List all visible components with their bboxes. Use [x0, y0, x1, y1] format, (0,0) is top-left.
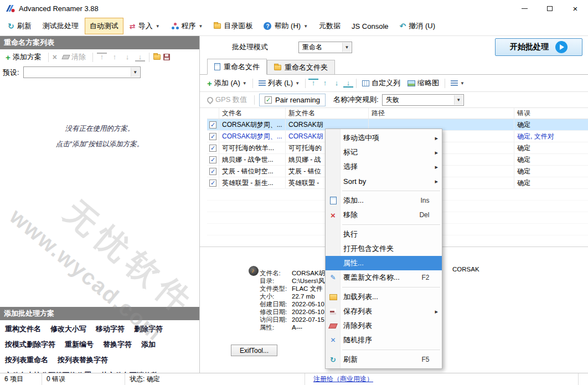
menu-separator — [342, 287, 440, 288]
header-error[interactable]: 错误 — [514, 108, 588, 119]
method-link[interactable]: 文件名中按分隔符互换位置 — [5, 371, 91, 373]
header-path[interactable]: 路径 — [369, 108, 514, 119]
menu-separator — [342, 350, 440, 350]
pair-renaming-checkbox[interactable] — [265, 96, 272, 104]
folder-icon — [274, 65, 281, 70]
pair-renaming-toggle[interactable]: Pair renaming — [259, 94, 326, 106]
preset-select[interactable]: ▼ — [23, 66, 141, 78]
row-checkbox[interactable] — [209, 133, 216, 140]
register-link[interactable]: 注册给（商业用途） — [313, 374, 373, 384]
context-menu-item[interactable]: 保存列表 ▸ — [326, 304, 442, 319]
row-checkbox[interactable] — [209, 156, 216, 163]
columns-icon — [362, 80, 369, 86]
context-menu-item[interactable]: 标记 ▸ — [326, 145, 442, 160]
row-checkbox[interactable] — [209, 145, 216, 152]
file-attrs-value: A--- — [292, 324, 325, 331]
separator — [356, 79, 357, 88]
program-button[interactable]: 程序 ▼ — [166, 18, 208, 34]
move-method-down-button[interactable]: ↓ — [122, 53, 132, 61]
js-console-button[interactable]: JS Console — [347, 19, 393, 34]
tab-rename-files[interactable]: 重命名文件 — [207, 59, 267, 75]
remove-method-button[interactable]: × — [53, 53, 57, 61]
collision-rule-select[interactable]: 失败 ▼ — [382, 94, 464, 106]
maximize-button[interactable] — [537, 0, 563, 17]
context-menu-item[interactable]: 添加... Ins ▸ — [326, 193, 442, 208]
menu-icon-spacer — [328, 244, 338, 253]
chevron-down-icon: ▼ — [295, 81, 300, 86]
method-link[interactable]: 移动字符 — [96, 324, 125, 334]
directory-panel-button[interactable]: 目录面板 — [209, 18, 257, 34]
context-menu-item[interactable]: 属性... ▸ — [326, 256, 442, 270]
submenu-arrow-icon: ▸ — [435, 149, 438, 156]
method-link[interactable]: 添加 — [141, 340, 156, 350]
method-link[interactable]: 删除字符 — [134, 324, 163, 334]
exiftool-button[interactable]: ExifTool... — [231, 345, 277, 356]
method-link[interactable]: 重构文件名 — [5, 324, 41, 334]
row-checkbox[interactable] — [209, 168, 216, 175]
batch-mode-select[interactable]: 重命名 ▼ — [298, 42, 352, 53]
refresh-button[interactable]: ↻ 刷新 — [3, 18, 37, 34]
minimize-button[interactable] — [512, 0, 537, 17]
context-menu-item[interactable]: 随机排序 ▸ — [326, 333, 442, 347]
header-filename[interactable]: 文件名 — [219, 108, 286, 119]
gps-pin-icon — [206, 95, 215, 104]
empty-method-message: 没有正在使用的方案。 点击“添加”按钮以添加方案。 — [0, 80, 199, 307]
undo-button[interactable]: ↶ 撤消 (U) — [395, 18, 440, 34]
gps-values-button[interactable]: GPS 数值 — [204, 93, 250, 106]
row-checkbox[interactable] — [209, 121, 216, 129]
method-link[interactable]: 按列表重命名 — [5, 355, 48, 365]
move-file-bottom-button[interactable]: ↓ — [343, 79, 353, 88]
move-method-up-button[interactable]: ↑ — [110, 53, 120, 61]
tab-rename-folders[interactable]: 重命名文件夹 — [267, 60, 335, 74]
method-link[interactable]: 重新编号 — [65, 340, 94, 350]
menu-shortcut: F2 — [421, 274, 429, 281]
separator — [252, 79, 253, 88]
custom-columns-button[interactable]: 自定义列 — [359, 76, 403, 90]
menu-icon-spacer — [328, 259, 338, 268]
method-link[interactable]: 按模式删除字符 — [5, 340, 55, 350]
view-options-button[interactable]: ▼ — [448, 79, 467, 88]
header-checkbox-column[interactable] — [207, 108, 219, 119]
help-button[interactable]: ? 帮助 (H) ▼ — [259, 18, 313, 34]
list-menu-button[interactable]: 列表 (L) ▼ — [256, 76, 302, 90]
context-menu-item[interactable]: 执行 ▸ — [326, 227, 442, 242]
method-link[interactable]: 替换字符 — [103, 340, 132, 350]
remove-icon — [328, 211, 338, 219]
context-menu-item[interactable]: 打开包含文件夹 ▸ — [326, 242, 442, 256]
move-file-down-button[interactable]: ↓ — [332, 79, 342, 88]
minimize-icon — [522, 8, 528, 9]
context-menu-item[interactable]: 清除列表 ▸ — [326, 319, 442, 333]
close-button[interactable]: × — [563, 0, 588, 17]
open-method-list-button[interactable] — [153, 54, 161, 60]
preset-label: 预设: — [3, 68, 19, 78]
add-files-button[interactable]: + 添加 (A) ▼ — [204, 76, 250, 90]
cell-filename: 英雄联盟 - 新生... — [219, 177, 286, 188]
context-menu-item[interactable]: 加载列表... ▸ — [326, 290, 442, 304]
context-menu-item[interactable]: 移动选中项 ▸ — [326, 131, 442, 145]
metadata-button[interactable]: 元数据 — [314, 18, 345, 34]
save-method-list-button[interactable] — [163, 54, 170, 60]
method-link[interactable]: 从文件名两端修整 — [101, 371, 158, 373]
move-method-top-button[interactable]: ↑ — [97, 53, 107, 61]
test-batch-button[interactable]: 测试批处理 — [38, 18, 84, 34]
move-file-up-button[interactable]: ↑ — [320, 79, 330, 88]
clear-methods-button[interactable]: 清除 — [60, 50, 89, 64]
context-menu-item[interactable]: 选择 ▸ — [326, 160, 442, 174]
start-batch-button[interactable]: 开始批处理 — [495, 38, 582, 56]
context-menu-item[interactable]: 移除 Del ▸ — [326, 208, 442, 222]
context-menu-item[interactable]: 刷新 F5 ▸ — [326, 352, 442, 367]
context-menu-item[interactable]: Sort by ▸ — [326, 174, 442, 188]
move-file-top-button[interactable]: ↑ — [308, 79, 318, 88]
method-link[interactable]: 修改大小写 — [50, 324, 86, 334]
method-link[interactable]: 按列表替换字符 — [58, 355, 108, 365]
menu-separator — [342, 191, 440, 191]
import-button[interactable]: ⇄ 导入 ▼ — [125, 18, 165, 34]
separator — [445, 79, 445, 88]
auto-test-button[interactable]: 自动测试 — [85, 18, 123, 34]
thumbnails-button[interactable]: 缩略图 — [405, 76, 442, 90]
context-menu-item[interactable]: 覆盖新文件名称... F2 ▸ — [326, 270, 442, 285]
add-method-button[interactable]: + 添加方案 — [3, 50, 44, 64]
move-method-bottom-button[interactable]: ↓ — [135, 53, 145, 61]
header-new-filename[interactable]: 新文件名 — [286, 108, 369, 119]
row-checkbox[interactable] — [209, 179, 216, 187]
